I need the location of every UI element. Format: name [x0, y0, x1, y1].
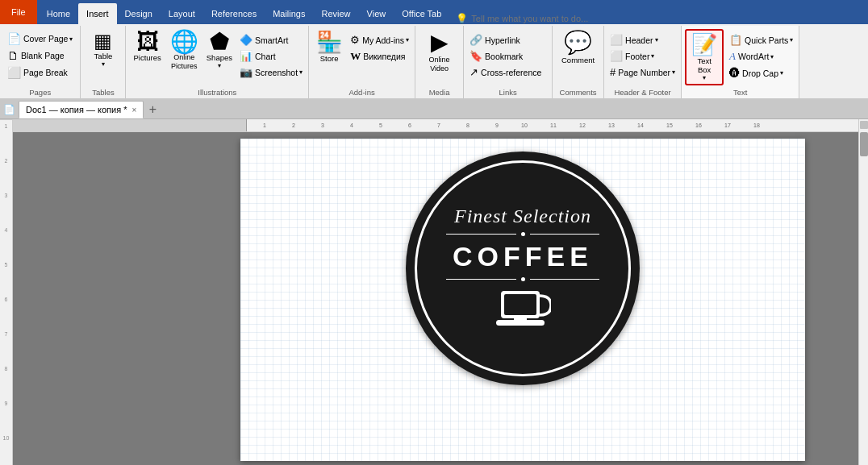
footer-btn[interactable]: ⬜ Footer ▾: [607, 48, 678, 64]
cover-page-btn[interactable]: 📄 Cover Page ▾: [5, 31, 75, 47]
group-comments-label: Comments: [553, 88, 603, 97]
search-input[interactable]: [471, 14, 649, 23]
pictures-btn[interactable]: 🖼 Pictures: [129, 29, 165, 64]
doc-icon: 📄: [3, 104, 15, 115]
ruler-v-mark: 1: [5, 123, 8, 129]
store-btn[interactable]: 🏪 Store: [312, 29, 346, 64]
my-addins-btn[interactable]: ⚙ My Add-ins ▾: [348, 32, 411, 48]
ruler-v-mark: 6: [5, 297, 8, 302]
ribbon-group-media: Media ▶ OnlineVideo: [415, 26, 464, 98]
tab-insert[interactable]: Insert: [78, 3, 117, 24]
horizontal-ruler: 1 2 3 4 5 6 7 8 9 10 11 12 13 14: [13, 119, 858, 132]
search-icon: 💡: [456, 13, 468, 24]
group-header-footer-label: Header & Footer: [604, 88, 681, 97]
online-video-btn[interactable]: ▶ OnlineVideo: [419, 29, 460, 74]
coffee-main-text: COFFEE: [453, 241, 593, 272]
cross-reference-btn[interactable]: ↗ Cross-reference: [467, 64, 549, 80]
coffee-divider: [446, 232, 599, 236]
tab-layout[interactable]: Layout: [161, 3, 203, 24]
vertical-scrollbar[interactable]: [858, 119, 868, 465]
hyperlink-btn[interactable]: 🔗 Hyperlink: [467, 32, 549, 48]
ruler-v-mark: 5: [5, 262, 8, 268]
doc-tab-bar: 📄 Doc1 — копия — копия * × +: [0, 100, 868, 119]
group-pages-label: Pages: [0, 88, 80, 97]
tab-view[interactable]: View: [359, 3, 394, 24]
file-tab[interactable]: File: [0, 0, 37, 24]
page-scroll-area[interactable]: Finest Selection COFFEE: [13, 132, 858, 465]
tab-review[interactable]: Review: [314, 3, 359, 24]
ribbon-group-text: Text 📝 TextBox ▾ 📋 Quick Parts ▾ A: [682, 26, 799, 98]
screenshot-btn[interactable]: 📷 Screenshot ▾: [237, 64, 305, 80]
ruler-v-mark: 3: [5, 193, 8, 198]
bookmark-btn[interactable]: 🔖 Bookmark: [467, 48, 549, 64]
tab-references[interactable]: References: [203, 3, 265, 24]
blank-page-btn[interactable]: 🗋 Blank Page: [5, 48, 75, 64]
vertical-ruler: 1 2 3 4 5 6 7 8 9 10: [0, 119, 13, 465]
doc-tab-active[interactable]: Doc1 — копия — копия * ×: [19, 101, 144, 118]
new-tab-btn[interactable]: +: [145, 102, 160, 117]
ruler-v-mark: 8: [5, 366, 8, 372]
ruler-v-mark: 4: [5, 227, 8, 233]
ribbon-group-header-footer: Header & Footer ⬜ Header ▾ ⬜ Footer ▾ # …: [604, 26, 682, 98]
chart-btn[interactable]: 📊 Chart: [237, 48, 305, 64]
tab-design[interactable]: Design: [117, 3, 161, 24]
drop-cap-btn[interactable]: 🅐 Drop Cap ▾: [727, 65, 795, 81]
ribbon-group-comments: Comments 💬 Comment: [553, 26, 604, 98]
coffee-divider-2: [446, 277, 599, 281]
header-btn[interactable]: ⬜ Header ▾: [607, 32, 678, 48]
text-box-btn[interactable]: 📝 TextBox ▾: [685, 29, 724, 85]
ribbon-group-illustrations: Illustrations 🖼 Pictures 🌐 OnlinePicture…: [126, 26, 309, 98]
group-illustrations-label: Illustrations: [126, 88, 308, 97]
smartart-btn[interactable]: 🔷 SmartArt: [237, 32, 305, 48]
ribbon-group-pages: Pages 📄 Cover Page ▾ 🗋 Blank Page ⬜ Page…: [0, 26, 81, 98]
coffee-logo-container: Finest Selection COFFEE: [240, 139, 805, 385]
ribbon-group-addins: Add-ins 🏪 Store ⚙ My Add-ins ▾ W Википед…: [309, 26, 415, 98]
tab-officetab[interactable]: Office Tab: [394, 3, 449, 24]
ruler-v-mark: 7: [5, 331, 8, 337]
ruler-v-mark: 2: [5, 158, 8, 164]
online-pictures-btn[interactable]: 🌐 OnlinePictures: [167, 29, 202, 73]
coffee-logo: Finest Selection COFFEE: [406, 152, 640, 385]
quick-parts-btn[interactable]: 📋 Quick Parts ▾: [727, 32, 795, 48]
wikipedia-btn[interactable]: W Википедия: [348, 48, 411, 64]
doc-tab-close[interactable]: ×: [131, 106, 136, 114]
svg-rect-2: [496, 320, 545, 326]
svg-rect-3: [514, 317, 527, 321]
page-number-btn[interactable]: # Page Number ▾: [607, 64, 678, 80]
tab-home[interactable]: Home: [39, 3, 78, 24]
shapes-btn[interactable]: ⬟ Shapes ▾: [203, 29, 236, 71]
ruler-v-mark: 10: [3, 435, 10, 441]
ribbon-group-links: Links 🔗 Hyperlink 🔖 Bookmark ↗ Cross-ref…: [464, 26, 553, 98]
group-tables-label: Tables: [81, 88, 125, 97]
coffee-finest-text: Finest Selection: [454, 206, 591, 227]
group-links-label: Links: [464, 88, 552, 97]
coffee-cup-icon: [495, 289, 551, 331]
group-media-label: Media: [415, 88, 463, 97]
group-text-label: Text: [682, 88, 799, 97]
tab-mailings[interactable]: Mailings: [265, 3, 313, 24]
svg-rect-1: [504, 294, 536, 315]
wordart-btn[interactable]: A WordArt ▾: [727, 48, 795, 64]
comment-btn[interactable]: 💬 Comment: [556, 29, 600, 66]
document-page: Finest Selection COFFEE: [240, 139, 805, 461]
table-btn[interactable]: ▦ Table ▾: [87, 29, 119, 69]
ruler-v-mark: 9: [5, 401, 8, 406]
scroll-thumb-v[interactable]: [860, 132, 868, 156]
group-addins-label: Add-ins: [309, 88, 415, 97]
ribbon-group-tables: Tables ▦ Table ▾: [81, 26, 126, 98]
page-break-btn[interactable]: ⬜ Page Break: [5, 64, 75, 81]
